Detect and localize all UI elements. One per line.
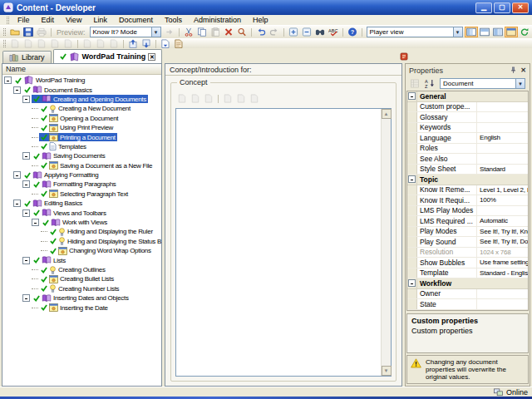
property-row[interactable]: Style SheetStandard	[407, 165, 528, 175]
view-vsplit-button[interactable]	[491, 27, 505, 37]
property-category[interactable]: General	[407, 91, 528, 102]
document-dock-icon[interactable]	[400, 52, 408, 61]
tree-item[interactable]: Changing Word Wrap Options	[48, 247, 153, 255]
property-row[interactable]: TemplateStandard - English	[407, 268, 528, 279]
property-row[interactable]: Know It Reme...Level 1, Level 2, Level 3	[407, 185, 528, 196]
tree-item[interactable]: Using Print Preview	[39, 124, 115, 132]
tree-item[interactable]: Applying Formatting	[22, 171, 100, 180]
property-row[interactable]: Glossary	[407, 112, 528, 123]
property-row[interactable]: See Also	[407, 154, 528, 165]
chevron-down-icon[interactable]: ▼	[453, 27, 462, 37]
cut-button[interactable]	[182, 27, 195, 37]
view-columns-button[interactable]	[465, 27, 478, 37]
view-hsplit-button[interactable]	[478, 27, 491, 37]
close-button[interactable]: ✕	[512, 2, 529, 13]
collapse-icon[interactable]	[407, 175, 417, 185]
menu-help[interactable]: Help	[247, 16, 274, 24]
property-row[interactable]: Show BubblesUse frame settings	[407, 258, 528, 268]
property-value[interactable]: 1024 x 768	[477, 248, 528, 258]
undo-button[interactable]	[254, 27, 268, 37]
view-frame-button[interactable]	[505, 27, 518, 37]
property-row[interactable]: Play ModesSee It!, Try It!, Know ...	[407, 227, 528, 238]
name-column-header[interactable]: Name	[2, 64, 161, 75]
tree-item[interactable]: WordPad Training	[13, 76, 86, 85]
zoom-in-button[interactable]	[287, 27, 300, 37]
property-row[interactable]: Owner	[407, 289, 528, 300]
expander-icon[interactable]	[22, 180, 30, 188]
tree-item[interactable]: Hiding and Displaying the Ruler	[48, 228, 155, 236]
editor-scrollbar[interactable]: ▲ ▼	[381, 109, 391, 376]
tree-item[interactable]: Lists	[32, 256, 67, 264]
property-category[interactable]: Workflow	[407, 278, 528, 289]
property-value[interactable]	[477, 123, 528, 133]
expander-icon[interactable]	[13, 86, 21, 94]
tree-item[interactable]: Work with Views	[41, 219, 109, 227]
property-row[interactable]: State	[407, 299, 528, 310]
close-tab-icon[interactable]: ✕	[148, 53, 155, 61]
scroll-down-icon[interactable]: ▼	[382, 366, 392, 376]
tree-item[interactable]: Templates	[39, 142, 88, 150]
property-row[interactable]: Play SoundSee It!, Try It!, Do It!	[407, 237, 528, 248]
property-value[interactable]: English	[477, 133, 528, 143]
tree-item[interactable]: Formatting Paragraphs	[32, 180, 118, 189]
copy-button[interactable]	[195, 27, 209, 37]
expander-icon[interactable]	[22, 209, 30, 217]
tab-library[interactable]: Library	[2, 51, 52, 63]
property-row[interactable]: Custom prope...	[407, 102, 528, 113]
property-value[interactable]: 100%	[477, 195, 528, 205]
tree-item[interactable]: Saving a Document as a New File	[39, 161, 154, 170]
tree-item[interactable]: Inserting Dates and Objects	[32, 294, 131, 303]
property-value[interactable]	[477, 144, 528, 154]
tree-item[interactable]: Opening a Document	[39, 114, 120, 122]
collapse-icon[interactable]	[407, 278, 417, 288]
tree-item[interactable]: Creating Bullet Lists	[39, 275, 116, 283]
expander-icon[interactable]	[13, 171, 21, 179]
tree-item[interactable]: Document Basics	[22, 86, 94, 94]
expander-icon[interactable]	[22, 294, 30, 302]
property-value[interactable]: Standard	[477, 165, 528, 175]
spellcheck-button[interactable]: ABC	[327, 27, 340, 37]
menu-document[interactable]: Document	[113, 16, 159, 24]
menu-view[interactable]: View	[60, 16, 87, 24]
help-button[interactable]: ?	[346, 27, 359, 37]
property-row[interactable]: LanguageEnglish	[407, 133, 528, 144]
save-button[interactable]	[22, 27, 35, 37]
tree-item[interactable]: Printing a Document	[39, 133, 117, 141]
property-row[interactable]: Roles	[407, 144, 528, 155]
close-panel-icon[interactable]: ✕	[520, 66, 526, 74]
concept-text-area[interactable]	[176, 109, 381, 376]
tree-item[interactable]: Creating Number Lists	[39, 284, 121, 293]
property-value[interactable]: See It!, Try It!, Know ...	[477, 227, 528, 237]
menu-administration[interactable]: Administration	[188, 16, 247, 24]
search-button[interactable]	[235, 27, 249, 37]
property-value[interactable]	[477, 154, 528, 164]
sort-az-button[interactable]: AZ	[423, 78, 436, 89]
property-value[interactable]: Use frame settings	[477, 258, 528, 268]
zoom-out-button[interactable]	[300, 27, 313, 37]
menu-link[interactable]: Link	[87, 16, 113, 24]
view-mode-combobox[interactable]: Player view▼	[367, 27, 463, 37]
scroll-up-icon[interactable]: ▲	[382, 109, 392, 119]
property-value[interactable]: Automatic	[477, 216, 528, 226]
expander-icon[interactable]	[13, 200, 21, 207]
chevron-down-icon[interactable]: ▼	[151, 27, 160, 37]
property-object-combobox[interactable]: Document▼	[440, 78, 525, 89]
tab-wordpad-training[interactable]: WordPad Training✕	[53, 49, 163, 63]
property-row[interactable]: Keywords	[407, 123, 528, 134]
tree-item[interactable]: Hiding and Displaying the Status Bar	[48, 237, 161, 245]
pin-icon[interactable]	[510, 66, 517, 74]
maximize-button[interactable]: ▢	[494, 2, 510, 13]
expander-icon[interactable]	[32, 219, 39, 226]
property-value[interactable]: See It!, Try It!, Do It!	[477, 237, 528, 247]
refresh-button[interactable]	[518, 27, 531, 37]
tree-item[interactable]: Inserting the Date	[39, 303, 110, 312]
tree-item[interactable]: Creating Outlines	[39, 266, 107, 274]
property-row[interactable]: LMS Play Modes	[407, 206, 528, 217]
property-category[interactable]: Topic	[407, 175, 528, 185]
property-row[interactable]: LMS Required ...Automatic	[407, 216, 528, 227]
chevron-down-icon[interactable]: ▼	[515, 79, 525, 88]
tree-item[interactable]: Creating and Opening Documents	[32, 95, 148, 103]
expander-icon[interactable]	[22, 152, 30, 160]
property-value[interactable]: Standard - English	[477, 268, 528, 278]
property-value[interactable]	[477, 112, 528, 122]
